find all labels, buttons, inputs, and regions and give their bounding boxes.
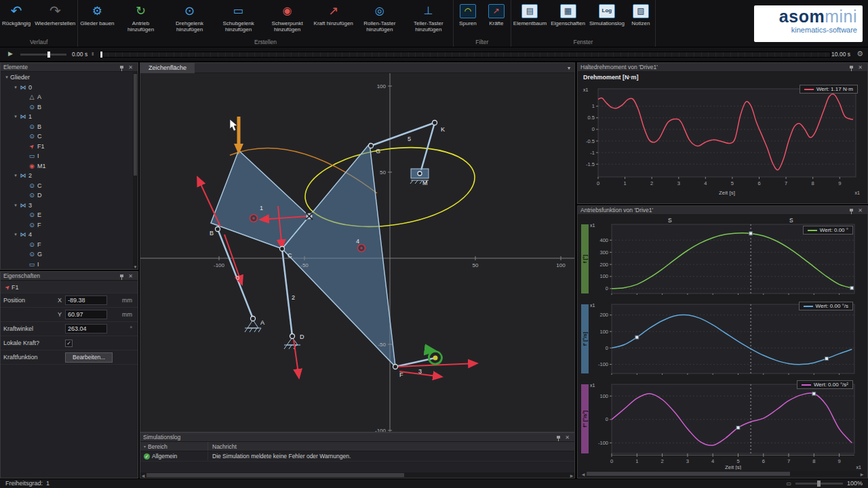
torque-chart[interactable]: x110.50-0.5-1-1.50123456789Zeit [s]x1	[580, 83, 861, 197]
collapse-icon[interactable]: ▾	[12, 232, 19, 237]
timeline-playhead[interactable]	[100, 52, 102, 58]
timeline-track[interactable]	[100, 52, 831, 58]
column-bereich[interactable]: ▾Bereich	[140, 442, 208, 451]
zoom-slider-thumb[interactable]	[817, 481, 821, 487]
tree-item-1-c[interactable]: ⊙C	[1, 131, 133, 142]
scroll-left-icon[interactable]: ◀	[580, 472, 586, 476]
scroll-right-icon[interactable]: ▶	[569, 473, 574, 478]
antrieb-hinzufuegen-button[interactable]: ↻Antrieb hinzufügen	[117, 2, 165, 38]
position-x-input[interactable]: -89.38	[65, 296, 107, 305]
column-nachricht[interactable]: Nachricht	[208, 443, 237, 450]
rueckgaengig-button[interactable]: ↶Rückgängig	[0, 2, 33, 38]
tree-item-1-m1[interactable]: ◉M1	[1, 161, 133, 171]
close-icon[interactable]: ✕	[126, 272, 135, 281]
lokale-kraft-checkbox[interactable]: ✓	[65, 340, 73, 347]
tree-item-0-a[interactable]: △A	[1, 92, 133, 102]
tree-item-3-f[interactable]: ⊙F	[1, 220, 133, 230]
simlog-row[interactable]: ✓Allgemein Die Simulation meldete keine …	[140, 451, 574, 462]
position-y-input[interactable]: 60.97	[65, 310, 107, 319]
scroll-down-icon[interactable]: ▼	[133, 265, 138, 269]
tree-item-link-3[interactable]: ▾⋈3	[1, 201, 133, 211]
spuren-button[interactable]: ◠Spuren	[454, 2, 482, 38]
tree-item-label: F1	[37, 143, 45, 150]
tree-item-2-d[interactable]: ⊙D	[1, 190, 133, 201]
bearbeiten-button[interactable]: Bearbeiten...	[65, 352, 113, 363]
pin-icon[interactable]	[847, 206, 856, 215]
collapse-icon[interactable]: ▾	[12, 203, 19, 208]
tree-item-4-f[interactable]: ⊙F	[1, 240, 133, 250]
kraftwinkel-row: Kraftwinkel 263.04 °	[1, 322, 138, 336]
elementbaum-button[interactable]: ▤Elementbaum	[511, 2, 549, 38]
zoom-slider[interactable]	[795, 483, 843, 485]
tree-item-glieder[interactable]: ▾Glieder	[1, 73, 133, 83]
drehgelenk-hinzufuegen-button[interactable]: ⊙Drehgelenk hinzufügen	[165, 2, 214, 38]
kraefte-button[interactable]: ↗Kräfte	[482, 2, 511, 38]
tab-dropdown-icon[interactable]: ▾	[568, 65, 570, 71]
tree-item-label: C	[37, 182, 42, 189]
wiederherstellen-button[interactable]: ↷Wiederherstellen	[33, 2, 77, 38]
schwerpunkt-hinzufuegen-button[interactable]: ◉Schwerpunkt hinzufügen	[263, 2, 312, 38]
point-label-C: C	[288, 252, 292, 259]
close-icon[interactable]: ✕	[856, 63, 865, 72]
tree-item-1-f1[interactable]: ➤F1	[1, 142, 133, 152]
tree-item-link-4[interactable]: ▾⋈4	[1, 230, 133, 240]
tree-item-0-b[interactable]: ⊙B	[1, 102, 133, 113]
tree-scrollbar[interactable]: ▼	[133, 73, 138, 269]
kraftwinkel-input[interactable]: 263.04	[65, 324, 107, 333]
eigenschaften-button[interactable]: ▦Eigenschaften	[549, 2, 587, 38]
pin-icon[interactable]	[117, 63, 126, 72]
collapse-icon[interactable]: ▾	[12, 85, 19, 90]
pin-icon[interactable]	[117, 272, 126, 281]
pin-icon[interactable]	[554, 433, 563, 442]
chart-scrollbar[interactable]: ◀▶	[580, 471, 865, 476]
joint-handle[interactable]	[306, 213, 313, 220]
collapse-icon[interactable]: ▾	[3, 75, 10, 80]
notizen-button[interactable]: ▧Notizen	[627, 2, 655, 38]
tree-item-4-g[interactable]: ⊙G	[1, 249, 133, 260]
collapse-icon[interactable]: ▾	[12, 114, 19, 119]
scroll-left-icon[interactable]: ◀	[140, 473, 146, 478]
tree-item-2-c[interactable]: ⊙C	[1, 181, 133, 191]
schubgelenk-hinzufuegen-button[interactable]: ▭Schubgelenk hinzufügen	[214, 2, 263, 38]
speed-slider-thumb[interactable]	[47, 52, 50, 58]
play-button[interactable]: ▶	[8, 50, 13, 57]
tab-zeichenflaeche[interactable]: Zeichenfläche	[140, 63, 195, 73]
simulationslog-button[interactable]: LogSimulationslog	[587, 2, 627, 38]
speed-slider[interactable]	[20, 54, 66, 56]
close-icon[interactable]: ✕	[126, 63, 135, 72]
tree-item-label: F	[37, 241, 41, 248]
tree-item-1-i[interactable]: ▭I	[1, 151, 133, 161]
drive-charts-body: f [°]x10100200300400SS Wert: 0.00 ° f' […	[578, 215, 867, 478]
simlog-scrollbar-thumb[interactable]	[146, 473, 404, 477]
rollen-taster-hinzufuegen-button[interactable]: ◎Rollen-Taster hinzufügen	[355, 2, 404, 38]
collapse-icon[interactable]: ▾	[12, 173, 19, 178]
tree-item-link-0[interactable]: ▾⋈0	[1, 83, 133, 93]
mechanism-drawing[interactable]: -100-505010010050-50-100 B1C4G5KMADF023	[140, 73, 574, 432]
drive-angle-legend: Wert: 0.00 °	[803, 226, 853, 235]
applied-force-arrow[interactable]	[234, 117, 243, 155]
pin-icon[interactable]	[847, 63, 856, 72]
fit-view-icon[interactable]: ▭	[786, 481, 791, 487]
close-icon[interactable]: ✕	[563, 433, 572, 442]
tree-item-1-b[interactable]: ⊙B	[1, 122, 133, 132]
tree-item-4-i[interactable]: ▭I	[1, 260, 133, 270]
tree-item-link-2[interactable]: ▾⋈2	[1, 171, 133, 181]
chart-scrollbar-thumb[interactable]	[587, 472, 790, 476]
svg-text:0: 0	[606, 285, 608, 291]
tree-item-link-1[interactable]: ▾⋈1	[1, 112, 133, 122]
simlog-scrollbar[interactable]: ◀▶	[140, 472, 574, 478]
kraft-hinzufuegen-button[interactable]: ↗Kraft hinzufügen	[312, 2, 355, 38]
tree-item-3-e[interactable]: ⊙E	[1, 210, 133, 220]
drawing-canvas[interactable]: -100-505010010050-50-100 B1C4G5KMADF023	[140, 73, 574, 432]
svg-text:1: 1	[592, 103, 595, 109]
tree-scrollbar-thumb[interactable]	[134, 74, 137, 176]
toolbar-button-label: Schwerpunkt hinzufügen	[265, 20, 310, 33]
timeline-settings-icon[interactable]: ⚙	[856, 49, 863, 58]
build-links-icon: ⚙	[92, 5, 102, 17]
scroll-right-icon[interactable]: ▶	[859, 472, 865, 476]
teller-taster-hinzufuegen-button[interactable]: ⊥Teller-Taster hinzufügen	[404, 2, 453, 38]
rotary-drive[interactable]	[429, 351, 441, 365]
close-icon[interactable]: ✕	[856, 206, 865, 215]
glieder-bauen-button[interactable]: ⚙Glieder bauen	[78, 2, 116, 38]
tree-item-label: A	[37, 94, 41, 100]
